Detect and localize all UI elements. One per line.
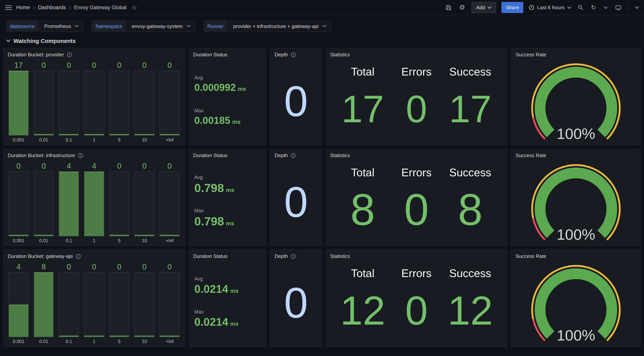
- bar-track: [134, 70, 154, 136]
- panel-header[interactable]: Statistics: [326, 149, 507, 162]
- filter-datasource-dropdown[interactable]: Prometheus: [40, 20, 84, 32]
- panel-header[interactable]: Statistics: [326, 250, 507, 262]
- duration-status-body: Avg 0.0214ms Max 0.0214ms: [189, 262, 266, 346]
- bar-value: 0: [92, 61, 96, 69]
- bar-fill: [84, 336, 104, 337]
- bar-axis-label: +Inf: [166, 238, 174, 243]
- bar-axis-label: 5: [118, 138, 120, 142]
- bar-fill: [9, 305, 28, 337]
- stat-header: Success: [449, 166, 491, 179]
- bar-track: [8, 272, 28, 337]
- favorite-star-icon[interactable]: ☆: [130, 3, 138, 12]
- panel-title: Depth: [275, 253, 288, 259]
- bar-track: [134, 272, 154, 337]
- collapse-toolbar-chevron-icon[interactable]: [634, 5, 640, 10]
- filter-namespace-value: envoy-gateway-system: [132, 23, 183, 29]
- stat-total: Total12: [336, 264, 390, 341]
- bar-value: 0: [42, 61, 46, 69]
- filter-namespace-dropdown[interactable]: envoy-gateway-system: [127, 20, 195, 32]
- filter-runner-label[interactable]: Runner: [204, 20, 228, 32]
- panel-header[interactable]: Depth: [270, 48, 322, 61]
- max-label: Max: [194, 309, 263, 314]
- bar-fill: [59, 172, 78, 236]
- panel-header[interactable]: Duration Status: [189, 48, 266, 61]
- panel-duration-bucket: Duration Bucket: infrastructure 00.001 0…: [3, 149, 185, 246]
- panel-title: Duration Bucket: infrastructure: [8, 152, 75, 158]
- panel-duration-status: Duration Status Avg 0.000992ms Max 0.001…: [188, 48, 266, 145]
- bar-axis-label: 5: [118, 238, 120, 243]
- gauge-body: 100%: [511, 262, 640, 346]
- panel-title: Statistics: [330, 152, 350, 158]
- gauge-value-text: 100%: [556, 125, 595, 142]
- refresh-icon[interactable]: ↻: [590, 3, 597, 12]
- panel-header[interactable]: Depth: [270, 250, 322, 262]
- panel-title: Duration Bucket: gateway-api: [8, 253, 73, 259]
- bar-value: 4: [92, 162, 96, 170]
- tv-mode-icon[interactable]: [614, 3, 622, 12]
- menu-icon[interactable]: [4, 4, 13, 11]
- panel-header[interactable]: Duration Bucket: gateway-api: [4, 250, 185, 262]
- statistics-body: Total17 Errors0 Success17: [326, 61, 507, 145]
- breadcrumb-dashboards[interactable]: Dashboards: [38, 4, 66, 10]
- bar-value: 4: [67, 162, 71, 170]
- stat-success: Success17: [443, 62, 497, 140]
- section-title: Watching Components: [14, 38, 76, 44]
- gauge-value-arc: [540, 72, 612, 133]
- bar-fill: [84, 134, 104, 135]
- save-dashboard-icon[interactable]: [444, 3, 453, 12]
- panel-title: Duration Status: [193, 152, 228, 158]
- statistics-body: Total12 Errors0 Success12: [326, 262, 507, 346]
- bar-axis-label: 0.1: [66, 138, 72, 142]
- filter-runner-dropdown[interactable]: provider + infrastructure + gateway-api: [229, 20, 331, 32]
- section-watching-components[interactable]: Watching Components: [0, 35, 644, 48]
- bar-group: 41: [84, 162, 104, 243]
- bar-axis-label: 0.01: [39, 238, 48, 243]
- refresh-interval-chevron-icon[interactable]: [602, 5, 609, 10]
- bar-track: [109, 171, 130, 236]
- panel-header[interactable]: Success Rate: [511, 149, 640, 162]
- panel-header[interactable]: Duration Status: [189, 250, 266, 262]
- breadcrumb-home[interactable]: Home: [16, 4, 30, 10]
- panel-header[interactable]: Success Rate: [511, 250, 640, 262]
- panel-header[interactable]: Depth: [270, 149, 322, 162]
- bar-track: [8, 70, 28, 136]
- bar-fill: [135, 134, 154, 135]
- bar-value: 0: [117, 262, 121, 271]
- filter-namespace-label[interactable]: Namespace: [92, 20, 126, 32]
- bar-axis-label: 0.001: [13, 238, 24, 243]
- add-button[interactable]: Add: [472, 2, 496, 13]
- panel-title: Statistics: [330, 253, 350, 259]
- avg-unit: ms: [238, 86, 246, 92]
- panel-title: Depth: [275, 152, 288, 158]
- filter-namespace: Namespace envoy-gateway-system: [92, 20, 195, 32]
- stat-value: 0: [404, 179, 429, 240]
- bar-chart[interactable]: 40.001 80.01 00.1 01 05 010 0+Inf: [4, 262, 185, 346]
- avg-label: Avg: [194, 75, 263, 81]
- bar-chart[interactable]: 170.001 00.01 00.1 01 05 010 0+Inf: [4, 61, 185, 145]
- bar-group: 010: [134, 61, 154, 142]
- stat-header: Total: [351, 66, 374, 78]
- info-icon: [290, 153, 296, 158]
- filter-datasource-label[interactable]: datasource: [6, 20, 38, 32]
- panel-header[interactable]: Success Rate: [511, 48, 640, 61]
- bar-chart[interactable]: 00.001 00.01 40.1 41 05 010 0+Inf: [4, 162, 185, 246]
- panel-title: Success Rate: [516, 152, 546, 158]
- stat-total: Total17: [336, 62, 390, 140]
- bar-value: 4: [16, 262, 21, 271]
- zoom-out-time-icon[interactable]: [576, 4, 584, 12]
- bar-fill: [59, 134, 78, 135]
- panel-header[interactable]: Duration Bucket: infrastructure: [4, 149, 185, 162]
- bar-axis-label: 10: [142, 339, 147, 344]
- stat-value: 17: [341, 78, 384, 140]
- time-range-picker[interactable]: Last 6 hours: [528, 4, 571, 10]
- max-metric: Max 0.00185ms: [194, 108, 263, 126]
- stat-value: 0: [406, 78, 427, 140]
- stat-header: Success: [449, 66, 491, 78]
- dashboard-settings-gear-icon[interactable]: ⚙: [458, 3, 466, 12]
- panel-header[interactable]: Duration Status: [189, 149, 266, 162]
- bar-fill: [9, 235, 28, 236]
- avg-metric: Avg 0.798ms: [194, 174, 263, 195]
- share-button[interactable]: Share: [502, 2, 523, 13]
- panel-header[interactable]: Statistics: [326, 48, 507, 61]
- panel-header[interactable]: Duration Bucket: provider: [4, 48, 185, 61]
